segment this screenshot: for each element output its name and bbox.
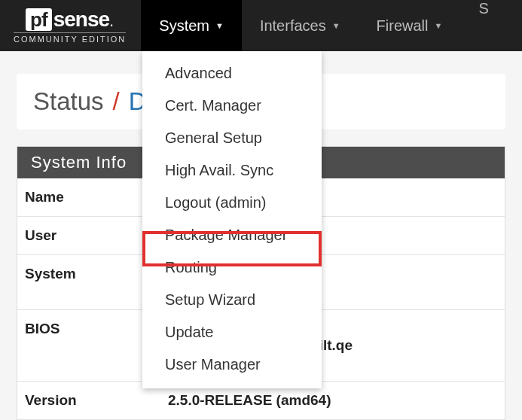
menu-package-manager[interactable]: Package Manager xyxy=(142,219,322,251)
nav-system-label: System xyxy=(159,17,209,35)
menu-logout[interactable]: Logout (admin) xyxy=(142,187,322,219)
row-system-label: System xyxy=(17,255,160,310)
row-bios-label: BIOS xyxy=(17,310,160,382)
logo-pf: pf xyxy=(26,8,52,31)
row-name-label: Name xyxy=(17,178,160,217)
caret-down-icon: ▼ xyxy=(215,21,224,30)
nav-interfaces-label: Interfaces xyxy=(260,17,326,35)
nav-firewall[interactable]: Firewall ▼ xyxy=(359,0,461,51)
menu-cert-manager[interactable]: Cert. Manager xyxy=(142,90,322,122)
menu-routing[interactable]: Routing xyxy=(142,251,322,284)
navbar: pf sense . COMMUNITY EDITION System ▼ In… xyxy=(0,0,522,51)
caret-down-icon: ▼ xyxy=(435,21,443,30)
nav-items: System ▼ Interfaces ▼ Firewall ▼ S xyxy=(141,0,488,51)
breadcrumb-status[interactable]: Status xyxy=(33,87,104,116)
row-user-label: User xyxy=(17,217,160,255)
logo-subtitle: COMMUNITY EDITION xyxy=(14,32,126,44)
logo-dot: . xyxy=(109,13,114,29)
nav-interfaces[interactable]: Interfaces ▼ xyxy=(242,0,359,51)
nav-system[interactable]: System ▼ xyxy=(141,0,242,51)
system-dropdown: Advanced Cert. Manager General Setup Hig… xyxy=(142,51,322,388)
menu-update[interactable]: Update xyxy=(142,316,322,348)
breadcrumb-sep: / xyxy=(113,87,120,116)
menu-user-manager[interactable]: User Manager xyxy=(142,348,322,381)
logo-sense: sense xyxy=(53,9,109,30)
menu-high-avail-sync[interactable]: High Avail. Sync xyxy=(142,154,322,187)
nav-stub: S xyxy=(460,0,488,51)
logo-text: pf sense . xyxy=(26,8,114,31)
nav-firewall-label: Firewall xyxy=(377,17,429,35)
menu-advanced[interactable]: Advanced xyxy=(142,57,322,90)
menu-setup-wizard[interactable]: Setup Wizard xyxy=(142,284,322,316)
caret-down-icon: ▼ xyxy=(332,21,340,30)
logo: pf sense . COMMUNITY EDITION xyxy=(14,8,126,44)
row-version-label: Version xyxy=(17,382,160,420)
menu-general-setup[interactable]: General Setup xyxy=(142,122,322,154)
